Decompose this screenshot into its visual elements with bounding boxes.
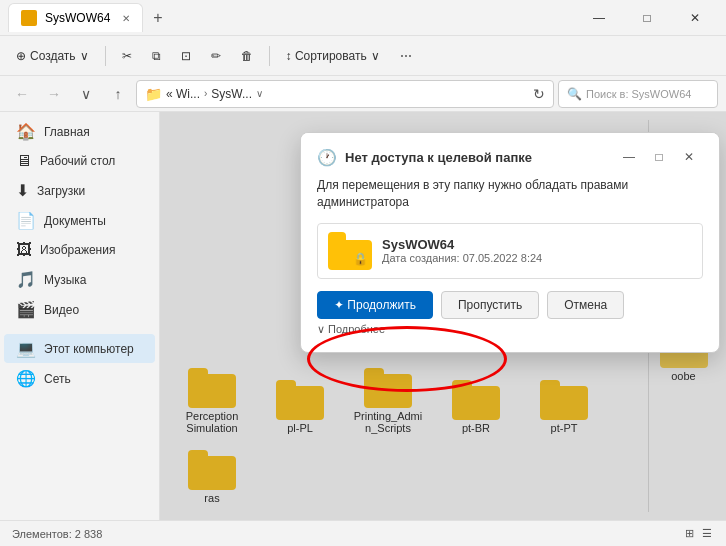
dialog-file-row: 🔒 SysWOW64 Дата создания: 07.05.2022 8:2… [317,223,703,279]
dialog-title-text: Нет доступа к целевой папке [345,150,532,165]
sidebar-item-thispc[interactable]: 💻 Этот компьютер [4,334,155,363]
dialog-title-bar: 🕐 Нет доступа к целевой папке — □ ✕ [301,133,719,177]
create-chevron: ∨ [80,49,89,63]
skip-btn[interactable]: Пропустить [441,291,539,319]
refresh-btn[interactable]: ↻ [533,86,545,102]
create-btn[interactable]: ⊕ Создать ∨ [8,45,97,67]
sidebar-label-thispc: Этот компьютер [44,342,134,356]
tab-area: SysWOW64 ✕ + [8,3,576,32]
window-close-btn[interactable]: ✕ [672,2,718,34]
sort-btn[interactable]: ↕ Сортировать ∨ [278,45,388,67]
sidebar: 🏠 Главная 🖥 Рабочий стол ⬇ Загрузки 📄 До… [0,112,160,520]
sidebar-label-network: Сеть [44,372,71,386]
home-icon: 🏠 [16,122,36,141]
maximize-btn[interactable]: □ [624,2,670,34]
view-controls: ⊞ ☰ [683,525,714,542]
search-icon: 🔍 [567,87,582,101]
toolbar-sep-1 [105,46,106,66]
sort-chevron: ∨ [371,49,380,63]
desktop-icon: 🖥 [16,152,32,170]
continue-btn[interactable]: ✦ Продолжить [317,291,433,319]
tab-label: SysWOW64 [45,11,110,25]
dialog-message: Для перемещения в эту папку нужно облада… [317,177,703,211]
sidebar-label-music: Музыка [44,273,86,287]
paste-btn[interactable]: ⊡ [173,45,199,67]
sidebar-item-network[interactable]: 🌐 Сеть [4,364,155,393]
pictures-icon: 🖼 [16,241,32,259]
active-tab[interactable]: SysWOW64 ✕ [8,3,143,32]
title-bar: SysWOW64 ✕ + — □ ✕ [0,0,726,36]
sidebar-item-documents[interactable]: 📄 Документы [4,206,155,235]
dialog-close-btn[interactable]: ✕ [675,145,703,169]
copy-btn[interactable]: ⧉ [144,45,169,67]
dialog-minimize-btn[interactable]: — [615,145,643,169]
search-box[interactable]: 🔍 Поиск в: SysWOW64 [558,80,718,108]
grid-view-btn[interactable]: ⊞ [683,525,696,542]
rename-btn[interactable]: ✏ [203,45,229,67]
details-toggle[interactable]: ∨ Подробнее [317,323,703,336]
content-area: Perception Simulation pl-PL Printing_Adm… [160,112,726,520]
sidebar-label-home: Главная [44,125,90,139]
main-layout: 🏠 Главная 🖥 Рабочий стол ⬇ Загрузки 📄 До… [0,112,726,520]
dialog-buttons: ✦ Продолжить Пропустить Отмена [317,291,703,319]
address-chevron-1: › [204,88,207,99]
address-folder-icon: 📁 [145,86,162,102]
sidebar-label-videos: Видео [44,303,79,317]
new-tab-btn[interactable]: + [147,9,168,27]
sort-label: ↕ Сортировать [286,49,367,63]
address-bar: ← → ∨ ↑ 📁 « Wi... › SysW... ∨ ↻ 🔍 Поиск … [0,76,726,112]
sidebar-item-music[interactable]: 🎵 Музыка [4,265,155,294]
lock-icon: 🔒 [353,252,368,266]
address-input[interactable]: 📁 « Wi... › SysW... ∨ ↻ [136,80,554,108]
dialog-maximize-btn[interactable]: □ [645,145,673,169]
dialog-overlay: 🕐 Нет доступа к целевой папке — □ ✕ Для … [160,112,726,520]
thispc-icon: 💻 [16,339,36,358]
sidebar-label-documents: Документы [44,214,106,228]
downloads-icon: ⬇ [16,181,29,200]
back-btn[interactable]: ← [8,80,36,108]
sidebar-label-desktop: Рабочий стол [40,154,115,168]
sidebar-item-pictures[interactable]: 🖼 Изображения [4,236,155,264]
sidebar-label-pictures: Изображения [40,243,115,257]
dialog-file-name: SysWOW64 [382,237,542,252]
window-controls: — □ ✕ [576,2,718,34]
tab-close-btn[interactable]: ✕ [122,13,130,24]
access-denied-dialog: 🕐 Нет доступа к целевой папке — □ ✕ Для … [300,132,720,353]
dialog-file-info: SysWOW64 Дата создания: 07.05.2022 8:24 [382,237,542,264]
address-path2: SysW... [211,87,252,101]
list-view-btn[interactable]: ☰ [700,525,714,542]
create-icon: ⊕ [16,49,26,63]
sidebar-label-downloads: Загрузки [37,184,85,198]
dialog-details: ∨ Подробнее [317,323,703,336]
more-btn[interactable]: ⋯ [392,45,420,67]
minimize-btn[interactable]: — [576,2,622,34]
music-icon: 🎵 [16,270,36,289]
tab-folder-icon [21,10,37,26]
status-bar: Элементов: 2 838 ⊞ ☰ [0,520,726,546]
up-btn[interactable]: ↑ [104,80,132,108]
sidebar-item-desktop[interactable]: 🖥 Рабочий стол [4,147,155,175]
create-label: Создать [30,49,76,63]
sidebar-item-videos[interactable]: 🎬 Видео [4,295,155,324]
address-chevron-2: ∨ [256,88,263,99]
down-btn[interactable]: ∨ [72,80,100,108]
network-icon: 🌐 [16,369,36,388]
dialog-controls: — □ ✕ [615,145,703,169]
sidebar-item-home[interactable]: 🏠 Главная [4,117,155,146]
videos-icon: 🎬 [16,300,36,319]
cancel-btn[interactable]: Отмена [547,291,624,319]
dialog-warning-icon: 🕐 [317,148,337,167]
dialog-file-date: Дата создания: 07.05.2022 8:24 [382,252,542,264]
dialog-title-content: 🕐 Нет доступа к целевой папке [317,148,532,167]
search-placeholder: Поиск в: SysWOW64 [586,88,691,100]
status-items-count: Элементов: 2 838 [12,528,102,540]
documents-icon: 📄 [16,211,36,230]
forward-btn[interactable]: → [40,80,68,108]
toolbar: ⊕ Создать ∨ ✂ ⧉ ⊡ ✏ 🗑 ↕ Сортировать ∨ ⋯ [0,36,726,76]
toolbar-sep-2 [269,46,270,66]
address-path1: « Wi... [166,87,200,101]
delete-btn[interactable]: 🗑 [233,45,261,67]
dialog-folder-icon: 🔒 [328,232,372,270]
sidebar-item-downloads[interactable]: ⬇ Загрузки [4,176,155,205]
cut-btn[interactable]: ✂ [114,45,140,67]
